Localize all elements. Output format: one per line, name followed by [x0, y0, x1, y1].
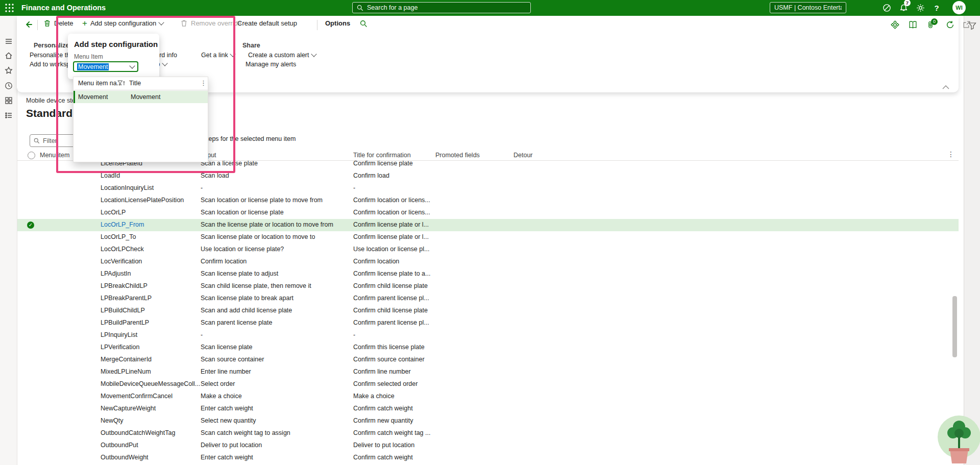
dropdown-col-name[interactable]: Menu item na...: [78, 80, 122, 87]
cell-text-for-input: Enter line number: [201, 368, 251, 375]
settings-gear-icon[interactable]: [914, 1, 927, 14]
cell-title-for-confirmation: Confirm license plate or l...: [353, 233, 429, 240]
cell-title-for-confirmation: Make a choice: [353, 393, 395, 400]
remove-override-label: Remove override: [191, 19, 241, 27]
copilot-icon[interactable]: [880, 1, 893, 14]
create-custom-alert-button[interactable]: Create a custom alert: [248, 52, 316, 59]
table-row[interactable]: LocationInquiryList--: [17, 182, 959, 194]
refresh-icon[interactable]: [946, 20, 954, 29]
cell-title-for-confirmation: Confirm parent license pl...: [353, 319, 429, 326]
recent-clock-icon[interactable]: [4, 81, 14, 91]
options-tab[interactable]: Options: [325, 19, 350, 27]
book-icon[interactable]: [909, 20, 917, 29]
get-a-link-button[interactable]: Get a link: [201, 52, 235, 59]
back-arrow-icon[interactable]: [24, 20, 33, 29]
open-in-new-window-icon[interactable]: [962, 20, 971, 29]
dropdown-col-title[interactable]: Title: [129, 80, 141, 87]
workspaces-grid-icon[interactable]: [4, 95, 14, 106]
cell-title-for-confirmation: Confirm line number: [353, 368, 411, 375]
add-step-configuration-button[interactable]: + Add step configuration: [82, 19, 163, 27]
table-row[interactable]: MixedLPLineNumEnter line numberConfirm l…: [17, 366, 959, 378]
cell-menu-item-name: LPBuildChildLP: [101, 307, 145, 314]
table-row[interactable]: LPBreakChildLPScan child license plate, …: [17, 280, 959, 292]
avatar[interactable]: WI: [952, 1, 966, 14]
cell-text-for-input: Scan license plate to adjust: [201, 270, 278, 277]
cell-title-for-confirmation: Use location or license pl...: [353, 246, 429, 253]
cell-menu-item-name: MergeContainerId: [101, 356, 152, 363]
personalize-group-header: Personalize: [34, 42, 69, 49]
menu-item-field-label: Menu Item: [74, 53, 103, 60]
filter-sort-icon[interactable]: [117, 80, 126, 87]
dropdown-row-movement[interactable]: Movement Movement: [74, 91, 208, 103]
cell-text-for-input: Select order: [201, 380, 235, 387]
table-row[interactable]: LPBuildChildLPScan and add child license…: [17, 305, 959, 317]
table-row[interactable]: LocOrLP_ToScan license plate or location…: [17, 231, 959, 243]
cell-text-for-input: Make a choice: [201, 393, 242, 400]
table-row[interactable]: NewQtySelect new quantityConfirm new qua…: [17, 415, 959, 427]
create-custom-alert-label: Create a custom alert: [248, 52, 309, 59]
manage-my-alerts-button[interactable]: Manage my alerts: [246, 61, 296, 68]
table-row[interactable]: LocationLicensePlatePositionScan locatio…: [17, 194, 959, 207]
notifications-bell-icon[interactable]: 7: [897, 1, 910, 14]
cell-text-for-input: Confirm location: [201, 258, 247, 265]
hamburger-menu-icon[interactable]: [4, 36, 14, 46]
cell-title-for-confirmation: Confirm location or licens...: [353, 209, 430, 216]
cell-title-for-confirmation: Deliver to put location: [353, 442, 414, 449]
table-row[interactable]: LocOrLPScan location or license plateCon…: [17, 207, 959, 219]
menu-item-combobox[interactable]: Movement: [73, 61, 138, 72]
table-row[interactable]: OutboundWeightEnter catch weightConfirm …: [17, 452, 959, 464]
cell-title-for-confirmation: Confirm child license plate: [353, 307, 428, 314]
chevron-down-icon: [129, 63, 135, 68]
table-row[interactable]: OutboundCatchWeightTagScan catch weight …: [17, 427, 959, 439]
cell-title-for-confirmation: Confirm load: [353, 172, 389, 179]
table-row[interactable]: MergeContainerIdScan source containerCon…: [17, 354, 959, 366]
delete-button[interactable]: Delete: [43, 19, 74, 27]
dropdown-menu-icon[interactable]: ⋮: [200, 79, 207, 87]
chevron-down-icon: [162, 60, 167, 66]
table-row[interactable]: LPBuildParentLPScan parent license plate…: [17, 317, 959, 329]
attachments-paperclip-icon[interactable]: 0: [926, 20, 935, 29]
cell-title-for-confirmation: Confirm parent license pl...: [353, 295, 429, 302]
action-search-icon[interactable]: [360, 20, 368, 28]
table-row[interactable]: ✓LocOrLP_FromScan the license plate or l…: [17, 219, 959, 231]
manage-my-alerts-label: Manage my alerts: [246, 61, 296, 68]
help-icon[interactable]: ?: [930, 1, 943, 14]
waffle-icon[interactable]: [5, 3, 14, 13]
cell-text-for-input: Scan license plate to break apart: [201, 295, 293, 302]
diamond-grid-icon[interactable]: [891, 20, 899, 29]
cell-menu-item-name: MixedLPLineNum: [101, 368, 151, 375]
cell-menu-item-name: NewQty: [101, 417, 123, 424]
environment-picker[interactable]: USMF | Contoso Entertainment Syste...: [770, 2, 846, 13]
table-row[interactable]: OutboundPutDeliver to put locationDelive…: [17, 439, 959, 452]
cell-menu-item-name: LocOrLP_To: [101, 233, 136, 240]
navbar-search[interactable]: Search for a page: [352, 2, 531, 13]
table-row[interactable]: LocVerificationConfirm locationConfirm l…: [17, 256, 959, 268]
grid-header-menu-icon[interactable]: ⋮: [947, 150, 954, 158]
cell-menu-item-name: LPInquiryList: [101, 331, 137, 338]
remove-override-button[interactable]: Remove override: [180, 19, 241, 27]
table-row[interactable]: LPBreakParentLPScan license plate to bre…: [17, 292, 959, 305]
cell-menu-item-name: LPBreakParentLP: [101, 295, 152, 302]
table-row[interactable]: LocOrLPCheckUse location or license plat…: [17, 243, 959, 256]
collapse-chevron-icon[interactable]: [942, 84, 950, 90]
table-row[interactable]: NewCaptureWeightEnter catch weightConfir…: [17, 403, 959, 415]
cell-text-for-input: Use location or license plate?: [201, 246, 284, 253]
cell-title-for-confirmation: -: [353, 184, 355, 191]
cell-text-for-input: Enter catch weight: [201, 405, 253, 412]
table-row[interactable]: LoadIdScan loadConfirm load: [17, 170, 959, 182]
vertical-scrollbar-thumb[interactable]: [952, 296, 957, 357]
create-default-setup-button[interactable]: Create default setup: [237, 19, 297, 27]
table-row[interactable]: LPVerificationScan license plateConfirm …: [17, 341, 959, 354]
home-icon[interactable]: [4, 51, 14, 61]
table-row[interactable]: LPInquiryList--: [17, 329, 959, 341]
table-row[interactable]: MovementConfirmCancelMake a choiceMake a…: [17, 390, 959, 403]
modules-list-icon[interactable]: [4, 110, 14, 120]
cell-title-for-confirmation: Confirm catch weight: [353, 405, 413, 412]
cell-menu-item-name: OutboundCatchWeightTag: [101, 429, 175, 436]
nav-sidebar: [0, 16, 17, 465]
delete-label: Delete: [54, 19, 74, 27]
favorites-star-icon[interactable]: [4, 65, 14, 76]
table-row[interactable]: MobileDeviceQueueMessageColl...Select or…: [17, 378, 959, 390]
dropdown-row-title: Movement: [131, 93, 160, 101]
table-row[interactable]: LPAdjustInScan license plate to adjustCo…: [17, 268, 959, 280]
